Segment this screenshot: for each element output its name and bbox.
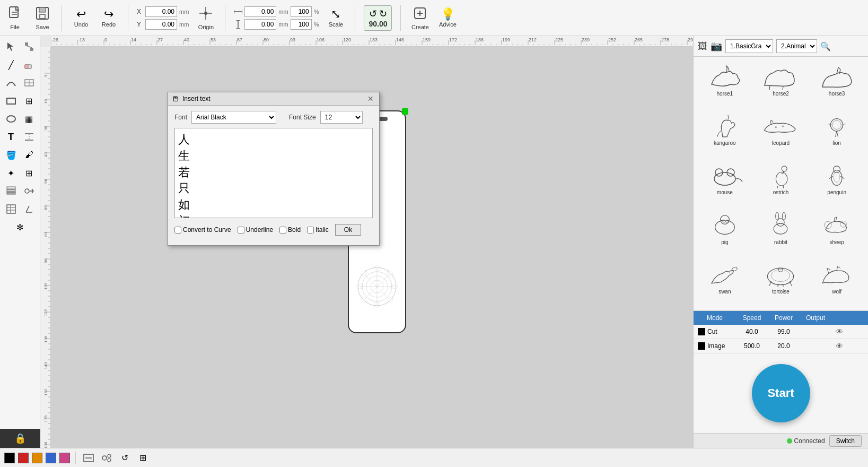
lock-area[interactable]: 🔒 (0, 429, 40, 448)
table-tool[interactable] (3, 201, 20, 218)
ok-button[interactable]: Ok (335, 224, 361, 236)
rotate-cw-icon[interactable]: ↻ (379, 8, 387, 20)
image-visibility-icon[interactable]: 👁 (836, 342, 843, 350)
shape-tortoise[interactable]: tortoise (754, 259, 808, 306)
rotate-ccw-icon[interactable]: ↺ (369, 8, 377, 20)
switch-button[interactable]: Switch (829, 435, 862, 447)
file-button[interactable]: File (4, 6, 25, 30)
shape-leopard[interactable]: leopard (754, 110, 808, 158)
dialog-title: Insert text (182, 95, 211, 102)
object-tool[interactable] (21, 183, 38, 200)
shape-horse2[interactable]: horse2 (754, 61, 808, 108)
separator2 (128, 5, 128, 31)
start-button[interactable]: Start (752, 364, 810, 422)
origin-button[interactable]: Origin (195, 6, 216, 30)
font-select[interactable]: Arial Black Arial Times New Roman (191, 111, 276, 124)
layers-tool[interactable] (3, 183, 20, 200)
shape-horse3-img (818, 63, 855, 90)
scale-button[interactable]: ⤡ Scale (325, 8, 346, 28)
shape-lion[interactable]: lion (810, 110, 864, 158)
angle-tool[interactable] (21, 201, 38, 218)
advice-button[interactable]: 💡 Advice (437, 8, 458, 28)
multiline-tool[interactable] (21, 74, 38, 91)
create-button[interactable]: Create (409, 6, 431, 30)
effects-tool[interactable]: ✦ (3, 165, 20, 181)
bold-input[interactable] (279, 227, 286, 233)
curve-tool[interactable] (3, 74, 20, 91)
grid-tool-bottom[interactable]: ⊞ (135, 451, 150, 465)
pct-y-input[interactable] (291, 19, 312, 30)
italic-input[interactable] (307, 227, 314, 233)
color-pink[interactable] (59, 453, 70, 463)
shape-horse3[interactable]: horse3 (810, 61, 864, 108)
save-icon (35, 6, 50, 23)
category2-select[interactable]: 2.Animal (776, 39, 817, 53)
underline-input[interactable] (238, 227, 244, 233)
redo-icon: ↪ (104, 8, 113, 20)
eraser-tool[interactable] (21, 56, 38, 73)
save-button[interactable]: Save (32, 6, 53, 30)
selection-handle-green[interactable] (402, 108, 408, 115)
scale-y-input[interactable] (244, 19, 276, 30)
italic-checkbox[interactable]: Italic (307, 226, 329, 233)
search-icon[interactable]: 🔍 (820, 41, 831, 51)
pct-y-sym2: % (314, 21, 319, 28)
undo-button[interactable]: ↩ Undo (71, 8, 92, 28)
shape-rabbit[interactable]: rabbit (754, 210, 808, 257)
array-tool-bottom[interactable] (99, 451, 114, 465)
canvas-area[interactable]: 何事秋風悲畫扇 人生若只如初見 (40, 36, 693, 448)
node-tool[interactable] (21, 38, 38, 55)
cut-power-cell[interactable]: 99.0 (768, 325, 800, 338)
svg-rect-22 (25, 65, 28, 68)
image-speed-cell[interactable]: 500.0 (736, 340, 768, 352)
ellipse-tool[interactable] (3, 110, 20, 127)
image-power-cell[interactable]: 20.0 (768, 340, 800, 352)
redo-button[interactable]: ↪ Redo (98, 8, 119, 28)
convert-curve-checkbox[interactable]: Convert to Curve (174, 226, 231, 233)
x-input[interactable] (145, 6, 177, 17)
bold-checkbox[interactable]: Bold (279, 226, 301, 233)
cut-speed-cell[interactable]: 40.0 (736, 325, 768, 338)
layout-tool[interactable]: ▦ (21, 110, 38, 127)
dialog-close-button[interactable]: ✕ (366, 94, 375, 103)
color-orange[interactable] (32, 453, 42, 463)
shape-pig[interactable]: pig (698, 210, 752, 257)
shape-mouse[interactable]: mouse (698, 160, 752, 207)
y-input[interactable] (145, 19, 177, 30)
color-blue[interactable] (46, 453, 56, 463)
svg-point-65 (832, 120, 841, 129)
shapes-tool[interactable]: ⊞ (21, 92, 38, 109)
rect-tool[interactable] (3, 92, 20, 109)
special-tool[interactable]: ✻ (12, 219, 29, 236)
color-black[interactable] (4, 453, 15, 463)
category1-select[interactable]: 1.BasicGra (725, 39, 773, 53)
paint-tool[interactable]: 🖌 (21, 146, 38, 163)
grid-tool[interactable]: ⊞ (21, 165, 38, 181)
cut-visibility-icon[interactable]: 👁 (836, 327, 843, 336)
select-tool[interactable] (3, 38, 20, 55)
shape-sheep[interactable]: sheep (810, 210, 864, 257)
shape-horse1-label: horse1 (717, 91, 733, 97)
align-tool-bottom[interactable] (81, 451, 96, 465)
shape-wolf[interactable]: wolf (810, 259, 864, 306)
text-tool[interactable]: T (3, 128, 20, 145)
fontsize-select[interactable]: 12 14 16 18 24 36 (320, 111, 363, 124)
shape-penguin[interactable]: penguin (810, 160, 864, 207)
underline-checkbox[interactable]: Underline (238, 226, 273, 233)
text-content-textarea[interactable]: 人 生 若 只 如 初 見 (174, 128, 373, 218)
line-tool[interactable]: ╱ (3, 56, 20, 73)
color-red[interactable] (18, 453, 29, 463)
convert-curve-input[interactable] (174, 227, 181, 233)
scale-x-input[interactable] (244, 6, 276, 17)
svg-rect-26 (7, 98, 15, 104)
panel-icon1[interactable]: 🖼 (698, 41, 707, 52)
shape-kangaroo[interactable]: kangaroo (698, 110, 752, 158)
panel-icon2[interactable]: 📷 (711, 40, 722, 52)
fill-tool[interactable]: 🪣 (3, 146, 20, 163)
shape-swan[interactable]: swan (698, 259, 752, 306)
shape-ostrich[interactable]: ostrich (754, 160, 808, 207)
shape-horse1[interactable]: horse1 (698, 61, 752, 108)
refresh-tool-bottom[interactable]: ↺ (117, 451, 132, 465)
dimension-tool[interactable] (21, 128, 38, 145)
pct-x-input[interactable] (291, 6, 312, 17)
